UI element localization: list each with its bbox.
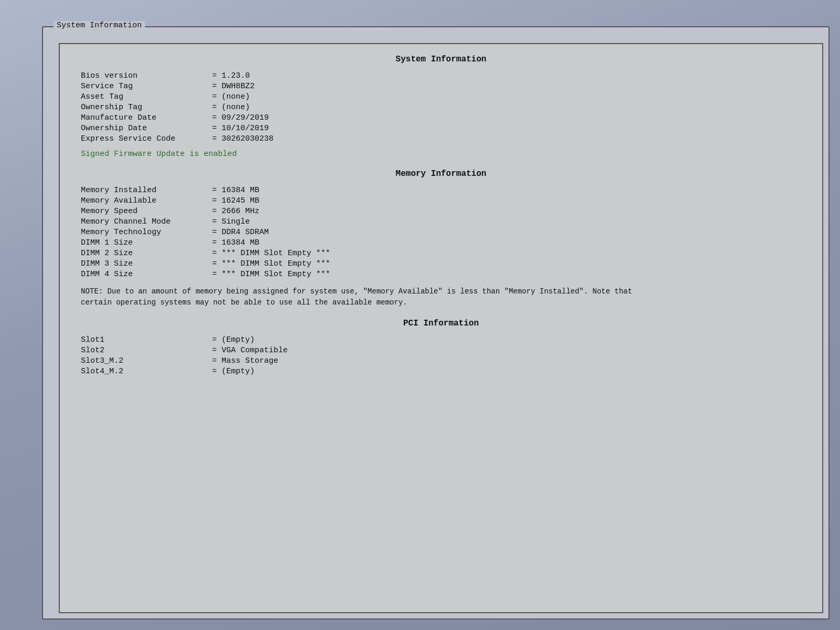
table-row: DIMM 3 Size= *** DIMM Slot Empty ***	[81, 259, 806, 268]
field-value: = Single	[212, 217, 250, 226]
field-value: = 2666 MHz	[212, 207, 259, 216]
field-value: = VGA Compatible	[212, 346, 288, 355]
field-label: DIMM 1 Size	[81, 238, 212, 247]
field-label: Asset Tag	[81, 92, 212, 101]
system-info-table: Bios version= 1.23.0Service Tag= DWH8BZ2…	[81, 71, 806, 143]
table-row: Asset Tag= (none)	[81, 92, 806, 101]
field-label: DIMM 3 Size	[81, 259, 212, 268]
table-row: Memory Installed= 16384 MB	[81, 186, 806, 195]
field-label: Memory Channel Mode	[81, 217, 212, 226]
field-value: = 1.23.0	[212, 71, 250, 80]
field-label: Manufacture Date	[81, 113, 212, 122]
memory-section: Memory Information Memory Installed= 163…	[76, 169, 806, 308]
field-value: = 09/29/2019	[212, 113, 269, 122]
pci-info-table: Slot1= (Empty)Slot2= VGA CompatibleSlot3…	[81, 335, 806, 376]
field-value: = (Empty)	[212, 367, 255, 376]
table-row: DIMM 4 Size= *** DIMM Slot Empty ***	[81, 270, 806, 279]
pci-info-header: PCI Information	[76, 319, 806, 328]
field-label: Ownership Date	[81, 124, 212, 133]
field-value: = (none)	[212, 103, 250, 112]
memory-info-table: Memory Installed= 16384 MBMemory Availab…	[81, 186, 806, 279]
table-row: Ownership Tag= (none)	[81, 103, 806, 112]
table-row: Bios version= 1.23.0	[81, 71, 806, 80]
field-value: = 16384 MB	[212, 186, 259, 195]
memory-info-header: Memory Information	[76, 169, 806, 178]
table-row: Service Tag= DWH8BZ2	[81, 82, 806, 91]
table-row: Slot2= VGA Compatible	[81, 346, 806, 355]
field-value: = (Empty)	[212, 335, 255, 344]
field-label: Memory Speed	[81, 207, 212, 216]
system-info-header: System Information	[76, 55, 806, 64]
field-value: = *** DIMM Slot Empty ***	[212, 249, 330, 258]
field-label: Slot3_M.2	[81, 356, 212, 365]
field-value: = 16384 MB	[212, 238, 259, 247]
field-label: Slot1	[81, 335, 212, 344]
outer-frame: System Information System Information Bi…	[42, 26, 830, 620]
field-label: Memory Installed	[81, 186, 212, 195]
field-label: Service Tag	[81, 82, 212, 91]
outer-title: System Information	[54, 21, 145, 30]
field-label: Memory Technology	[81, 228, 212, 237]
field-value: = 30262030238	[212, 134, 274, 143]
field-label: Slot4_M.2	[81, 367, 212, 376]
firmware-notice: Signed Firmware Update is enabled	[81, 150, 801, 159]
field-label: DIMM 4 Size	[81, 270, 212, 279]
inner-frame: System Information Bios version= 1.23.0S…	[59, 43, 823, 613]
table-row: DIMM 1 Size= 16384 MB	[81, 238, 806, 247]
field-value: = *** DIMM Slot Empty ***	[212, 259, 330, 268]
field-value: = DWH8BZ2	[212, 82, 255, 91]
pci-section: PCI Information Slot1= (Empty)Slot2= VGA…	[76, 319, 806, 376]
table-row: Ownership Date= 10/10/2019	[81, 124, 806, 133]
table-row: DIMM 2 Size= *** DIMM Slot Empty ***	[81, 249, 806, 258]
field-label: DIMM 2 Size	[81, 249, 212, 258]
table-row: Memory Available= 16245 MB	[81, 196, 806, 205]
field-value: = 16245 MB	[212, 196, 259, 205]
field-label: Slot2	[81, 346, 212, 355]
table-row: Express Service Code= 30262030238	[81, 134, 806, 143]
table-row: Slot3_M.2= Mass Storage	[81, 356, 806, 365]
table-row: Memory Technology= DDR4 SDRAM	[81, 228, 806, 237]
field-value: = Mass Storage	[212, 356, 278, 365]
field-value: = DDR4 SDRAM	[212, 228, 269, 237]
field-label: Bios version	[81, 71, 212, 80]
field-label: Ownership Tag	[81, 103, 212, 112]
field-value: = 10/10/2019	[212, 124, 269, 133]
memory-note: NOTE: Due to an amount of memory being a…	[81, 286, 658, 308]
field-value: = *** DIMM Slot Empty ***	[212, 270, 330, 279]
table-row: Slot4_M.2= (Empty)	[81, 367, 806, 376]
field-value: = (none)	[212, 92, 250, 101]
table-row: Memory Speed= 2666 MHz	[81, 207, 806, 216]
field-label: Express Service Code	[81, 134, 212, 143]
table-row: Memory Channel Mode= Single	[81, 217, 806, 226]
table-row: Slot1= (Empty)	[81, 335, 806, 344]
field-label: Memory Available	[81, 196, 212, 205]
table-row: Manufacture Date= 09/29/2019	[81, 113, 806, 122]
